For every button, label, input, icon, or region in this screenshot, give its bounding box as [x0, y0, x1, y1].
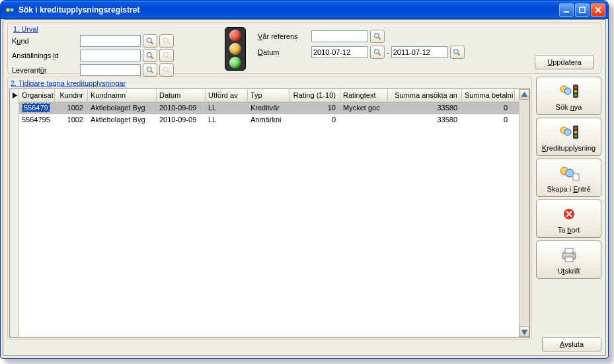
svg-line-17: [167, 71, 169, 73]
varreferens-search-button[interactable]: [370, 30, 385, 43]
vertical-scrollbar[interactable]: [519, 89, 529, 337]
svg-point-18: [374, 33, 379, 38]
anstallningsid-input[interactable]: [80, 50, 141, 61]
svg-point-0: [6, 8, 10, 12]
cell: Mycket goc: [340, 102, 388, 114]
urval-panel: 1. Urval Kund Anställnings id Leverantör: [7, 22, 601, 74]
svg-point-16: [163, 67, 168, 71]
column-header[interactable]: Utförd av: [206, 89, 248, 102]
results-grid[interactable]: OrganisatKundnrKundnamnDatumUtförd avTyp…: [9, 89, 530, 338]
varreferens-label: Vår referens: [258, 32, 309, 40]
delete-icon: [562, 204, 576, 224]
svg-point-28: [564, 88, 571, 94]
light-green: [229, 57, 241, 69]
svg-point-48: [572, 253, 574, 254]
svg-rect-3: [580, 7, 585, 13]
record-selector-column: [10, 89, 19, 337]
svg-point-12: [163, 52, 168, 57]
datum-from-input[interactable]: [311, 46, 368, 58]
svg-point-6: [147, 38, 151, 42]
cell: Anmärkni: [248, 114, 290, 126]
column-header[interactable]: Datum: [157, 89, 206, 102]
app-window: Sök i kreditupplysningsregistret 1. Urva…: [0, 0, 609, 359]
window-controls: [559, 3, 605, 17]
scroll-track[interactable]: [519, 100, 529, 326]
cell: 0: [290, 114, 340, 126]
kund-clear-button[interactable]: [159, 34, 174, 48]
avsluta-button[interactable]: Avsluta: [542, 337, 601, 351]
column-header[interactable]: Kundnr: [55, 89, 88, 102]
column-header[interactable]: Kundnamn: [88, 89, 157, 102]
maximize-button[interactable]: [575, 3, 590, 17]
svg-point-32: [574, 93, 577, 96]
leverantor-clear-button[interactable]: [159, 63, 174, 77]
table-row[interactable]: 55647951002Aktiebolaget Byg2010-09-09LLA…: [19, 114, 519, 126]
svg-line-23: [457, 53, 459, 55]
datum-to-picker-button[interactable]: [450, 46, 465, 59]
sok-nya-button[interactable]: Sök nya: [536, 77, 601, 115]
svg-point-30: [574, 85, 577, 89]
cell: 1002: [55, 114, 88, 126]
table-row[interactable]: 5564791002Aktiebolaget Byg2010-09-09LLKr…: [19, 102, 519, 114]
svg-marker-26: [521, 330, 528, 335]
anstallningsid-clear-button[interactable]: [159, 49, 174, 62]
datum-from-picker-button[interactable]: [370, 46, 385, 59]
leverantor-search-button[interactable]: [143, 63, 157, 77]
column-header[interactable]: Summa ansökta an: [388, 89, 462, 102]
cell: 0: [462, 114, 515, 126]
action-column: Sök nya Kreditupplysning Skapa i Entré: [536, 77, 601, 340]
column-header[interactable]: Organisat: [19, 89, 55, 102]
cell: 2010-09-09: [157, 102, 206, 114]
svg-line-21: [378, 53, 380, 55]
cell: [340, 114, 388, 126]
cell: Aktiebolaget Byg: [88, 102, 157, 114]
cell: 5564795: [19, 114, 55, 126]
anstallningsid-search-button[interactable]: [143, 49, 157, 62]
column-header[interactable]: Rating (1-10): [290, 89, 340, 102]
cell: 556479: [19, 102, 55, 114]
ta-bort-button[interactable]: Ta bort: [536, 200, 601, 238]
scroll-down-button[interactable]: [519, 326, 529, 337]
svg-point-22: [454, 49, 459, 54]
close-button[interactable]: [591, 3, 605, 17]
grid-header[interactable]: OrganisatKundnrKundnamnDatumUtförd avTyp…: [19, 89, 519, 102]
skapa-entre-icon: [558, 163, 580, 183]
grid-body[interactable]: 5564791002Aktiebolaget Byg2010-09-09LLKr…: [19, 102, 519, 337]
grid-panel: 2. Tidigare tagna kreditupplysningar Org…: [7, 77, 532, 340]
kund-label: Kund: [12, 37, 78, 45]
datum-label: Datum: [258, 48, 309, 56]
record-indicator: [10, 89, 19, 101]
kund-search-button[interactable]: [143, 34, 157, 48]
svg-line-7: [151, 42, 153, 44]
client-area: 1. Urval Kund Anställnings id Leverantör: [3, 19, 606, 356]
anstallningsid-label: Anställnings id: [12, 52, 78, 59]
leverantor-input[interactable]: [80, 64, 141, 76]
svg-point-8: [163, 38, 168, 42]
uppdatera-button[interactable]: Uppdatera: [535, 55, 594, 69]
svg-rect-47: [565, 257, 573, 262]
grid-heading: 2. Tidigare tagna kreditupplysningar: [11, 79, 530, 87]
datum-to-input[interactable]: [391, 46, 448, 58]
svg-rect-2: [564, 11, 569, 13]
svg-point-36: [574, 126, 577, 129]
utskrift-button[interactable]: Utskrift: [536, 240, 601, 279]
svg-marker-24: [13, 92, 17, 98]
titlebar: Sök i kreditupplysningsregistret: [1, 1, 608, 19]
column-header[interactable]: Summa betalni: [462, 89, 515, 102]
column-header[interactable]: Ratingtext: [340, 89, 388, 102]
svg-point-20: [374, 49, 379, 54]
svg-line-19: [378, 37, 380, 39]
cell: Aktiebolaget Byg: [88, 114, 157, 126]
svg-marker-25: [521, 91, 528, 96]
svg-point-40: [566, 169, 574, 177]
scroll-up-button[interactable]: [519, 89, 529, 100]
svg-point-38: [574, 134, 577, 137]
kreditupplysning-button[interactable]: Kreditupplysning: [536, 118, 601, 156]
traffic-light-icon: [225, 27, 246, 71]
minimize-button[interactable]: [559, 3, 574, 17]
varreferens-input[interactable]: [311, 30, 368, 42]
column-header[interactable]: Typ: [248, 89, 290, 102]
kund-input[interactable]: [80, 35, 141, 47]
skapa-entre-button[interactable]: Skapa i Entré: [536, 159, 601, 197]
svg-point-34: [564, 129, 571, 135]
